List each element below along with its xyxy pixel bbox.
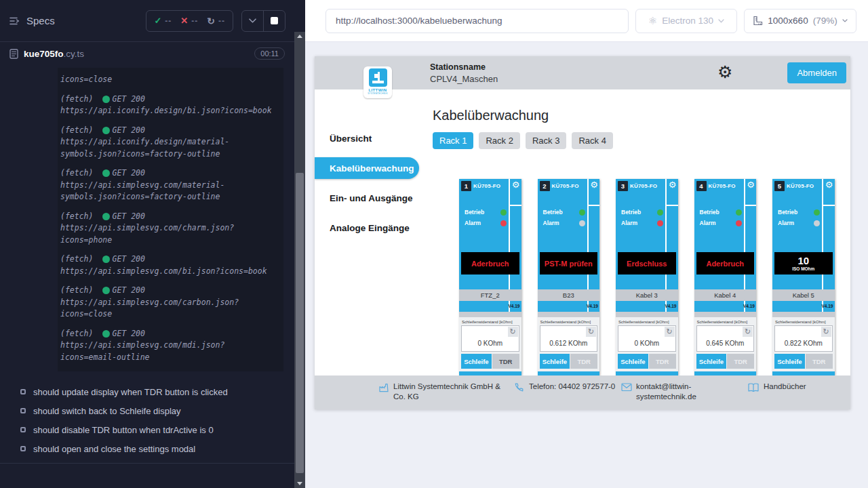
- logout-button[interactable]: Abmelden: [787, 62, 846, 83]
- tdr-button[interactable]: TDR: [727, 354, 754, 369]
- card-model: KÜ705-FO: [473, 183, 500, 189]
- scrollbar-track[interactable]: [294, 32, 305, 488]
- card-settings-gear-icon[interactable]: ⚙: [669, 180, 677, 190]
- sidebar-nav-item[interactable]: Übersicht: [315, 127, 419, 149]
- spec-basename: kue705fo: [24, 49, 64, 59]
- log-entry[interactable]: (fetch) GET 200 https://api.simplesvg.co…: [60, 253, 277, 277]
- status-display: Aderbruch: [461, 252, 519, 274]
- manuals-label: Handbücher: [764, 382, 806, 409]
- settings-gear-icon[interactable]: ⚙: [717, 62, 732, 82]
- url-input[interactable]: [326, 9, 629, 33]
- card-settings-gear-icon[interactable]: ⚙: [512, 180, 520, 190]
- card-settings-gear-icon[interactable]: ⚙: [747, 180, 755, 190]
- schleife-button[interactable]: Schleife: [696, 354, 727, 369]
- resistance-label: Schleifenwiderstand [kOhm]: [697, 320, 755, 324]
- refresh-button[interactable]: ↻: [508, 327, 518, 337]
- scrollbar-thumb[interactable]: [296, 173, 304, 473]
- test-title: should switch back to Schleife display: [33, 406, 181, 416]
- log-entry[interactable]: (fetch) GET 200 https://api.simplesvg.co…: [60, 328, 277, 364]
- stat-passed[interactable]: ✓--: [154, 16, 172, 26]
- device-card: 2 KÜ705-FO ⚙ Betrieb Alarm PST-M prüfen …: [538, 179, 600, 375]
- specs-toggle-button[interactable]: Specs: [9, 15, 55, 26]
- sidebar-nav-item[interactable]: Ein- und Ausgänge: [315, 187, 419, 209]
- scroll-up-arrow[interactable]: [294, 32, 305, 41]
- betrieb-led-row: Betrieb: [700, 209, 742, 216]
- log-line: (fetch) GET 200: [60, 211, 277, 223]
- success-dot-icon: [102, 169, 110, 177]
- card-settings-gear-icon[interactable]: ⚙: [825, 180, 833, 190]
- card-lower-panel: Schleifenwiderstand [kOhm] ↻ 0.612 KOhm …: [538, 312, 600, 375]
- footer-email[interactable]: kontakt@littwin-systemtechnik.de: [621, 382, 735, 409]
- test-row[interactable]: should open and close the settings modal: [0, 439, 294, 458]
- firmware-version: V4.19: [665, 304, 677, 308]
- rack-tab[interactable]: Rack 3: [526, 132, 566, 149]
- spec-file-row[interactable]: kue705fo.cy.ts 00:11: [0, 43, 294, 64]
- refresh-button[interactable]: ↻: [586, 327, 596, 337]
- scroll-down-arrow[interactable]: [294, 479, 305, 488]
- tdr-button[interactable]: TDR: [649, 354, 676, 369]
- cypress-reporter-panel: Specs ✓-- ✕-- ↻-- kue705fo.cy.ts 00:11 i…: [0, 0, 294, 488]
- log-status: GET 200: [112, 167, 144, 180]
- log-entry[interactable]: (fetch) GET 200 https://api.iconify.desi…: [60, 94, 277, 117]
- schleife-button[interactable]: Schleife: [774, 354, 805, 369]
- sidebar-nav-item[interactable]: Analoge Eingänge: [315, 217, 419, 239]
- schleife-button[interactable]: Schleife: [540, 354, 570, 369]
- rack-tab[interactable]: Rack 2: [479, 132, 519, 149]
- log-url: https://api.iconify.design/bi.json?icons…: [60, 105, 277, 117]
- log-tag: (fetch): [60, 285, 93, 297]
- alarm-led-row: Alarm: [700, 220, 742, 226]
- passed-count: --: [165, 16, 172, 26]
- tab-label: Rack 3: [532, 136, 559, 146]
- resistance-value: 0.612 KOhm: [540, 340, 597, 347]
- log-entry[interactable]: (fetch) GET 200 https://api.iconify.desi…: [60, 125, 277, 161]
- stat-pending[interactable]: ↻--: [207, 16, 225, 26]
- refresh-button[interactable]: ↻: [743, 327, 753, 337]
- test-row[interactable]: should disable TDR button when tdrActive…: [0, 420, 294, 439]
- betrieb-led-row: Betrieb: [621, 209, 663, 216]
- card-lower-panel: Schleifenwiderstand [kOhm] ↻ 0 KOhm Schl…: [616, 312, 678, 375]
- betrieb-label: Betrieb: [778, 209, 797, 216]
- viewport-select[interactable]: 1000x660 (79%): [744, 9, 856, 33]
- log-status: GET 200: [112, 211, 144, 223]
- betrieb-led-row: Betrieb: [778, 209, 820, 216]
- stop-button[interactable]: [264, 11, 285, 31]
- refresh-button[interactable]: ↻: [665, 327, 675, 337]
- alarm-label: Alarm: [778, 220, 794, 226]
- divider: [823, 205, 835, 206]
- footer-manuals-link[interactable]: Handbücher: [747, 382, 806, 409]
- schleife-button[interactable]: Schleife: [461, 354, 492, 369]
- check-icon: ✓: [154, 16, 161, 26]
- refresh-button[interactable]: ↻: [821, 327, 831, 337]
- stat-failed[interactable]: ✕--: [180, 16, 198, 26]
- firmware-version: V4.19: [822, 304, 833, 308]
- log-entry[interactable]: (fetch) GET 200 https://api.simplesvg.co…: [60, 285, 277, 321]
- tdr-button[interactable]: TDR: [806, 354, 833, 369]
- command-log: icons=close (fetch) GET 200 https://api.…: [58, 68, 283, 371]
- tdr-button[interactable]: TDR: [570, 354, 597, 369]
- success-dot-icon: [102, 287, 110, 294]
- spec-duration-badge: 00:11: [254, 47, 285, 60]
- card-settings-gear-icon[interactable]: ⚙: [590, 180, 598, 190]
- card-model: KÜ705-FO: [709, 183, 736, 189]
- rack-tab[interactable]: Rack 1: [433, 132, 473, 149]
- factory-icon: [378, 382, 389, 409]
- stage: ⚛ Electron 130 1000x660 (79%) LITTWIN SY…: [305, 0, 868, 488]
- browser-select[interactable]: ⚛ Electron 130: [635, 9, 737, 33]
- nav-label: Ein- und Ausgänge: [330, 193, 413, 203]
- tdr-button[interactable]: TDR: [492, 354, 519, 369]
- log-entry[interactable]: (fetch) GET 200 https://api.simplesvg.co…: [60, 167, 277, 203]
- schleife-button[interactable]: Schleife: [618, 354, 648, 369]
- footer-phone: Telefon: 04402 972577-0: [514, 382, 621, 409]
- mode-buttons: Schleife TDR: [618, 354, 676, 369]
- sidebar-nav-item[interactable]: Kabelüberwachung: [315, 157, 419, 179]
- log-entry[interactable]: (fetch) GET 200 https://api.simplesvg.co…: [60, 211, 277, 247]
- test-row[interactable]: should update display when TDR button is…: [0, 382, 294, 401]
- collapse-button[interactable]: [242, 11, 263, 31]
- log-status: GET 200: [112, 285, 144, 297]
- stop-icon: [271, 17, 278, 24]
- log-partial-line: icons=close: [60, 74, 277, 86]
- test-row[interactable]: should switch back to Schleife display: [0, 401, 294, 420]
- document-icon: [9, 49, 18, 59]
- rack-tab[interactable]: Rack 4: [572, 132, 612, 149]
- status-value: 10: [797, 256, 809, 266]
